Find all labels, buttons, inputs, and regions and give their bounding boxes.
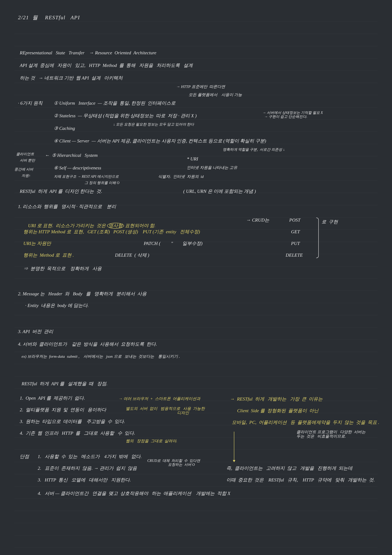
disadvantage-1: 1. 사용할 수 있는 메소드가 4가지 밖에 없다.	[38, 454, 142, 459]
section-2-heading: 2. Message 는 Header 와 Body 를 명확하게 분리해서 사…	[18, 291, 147, 297]
url-urn-note: ( URL, URN 은 이에 포함되는 개념 )	[183, 189, 256, 194]
advantage-2-note-2: 별도의 서버 없이 범용적으로 사용 가능한 디자인	[126, 406, 205, 415]
crud-post: POST	[289, 218, 300, 223]
section-4-heading: 4. 서버와 클라이언트가 같은 방식을 사용해서 요청하도록 한다.	[18, 342, 157, 347]
disadvantage-3: 3. HTTP 통신 모델에 대해서만 지원한다.	[38, 477, 131, 483]
section-1-patch: PATCH ( " 일부수정)	[144, 241, 202, 246]
principle-5: ← ⑤ Hierarchical System	[45, 153, 98, 158]
notebook-page: 2/21 월 RESTful API REpresentational Stat…	[14, 11, 378, 544]
advantage-3: 3. 원하는 타입으로 데이터를 주고받을 수 있다.	[20, 419, 125, 424]
advantage-4-note: 웹의 장점을 그대로 살려야.	[126, 439, 177, 443]
disadvantage-4: 4. 서버 — 클라이언트간 연결을 맺고 상호작용해야 하는 애플리케이션 개…	[38, 491, 230, 496]
principle-1: ① Uniform Interface — 조작을 통일, 한정된 인터페이스로	[54, 101, 176, 106]
advantage-1: 1. Open API 를 제공하기 쉽다.	[20, 396, 85, 401]
advantage-2-note-arrow: → 여러 브라우저 + 스마트폰 어플리케이션과	[119, 397, 200, 401]
disadvantage-1-note: CRUD로 대체 처리할 수 있다면 요청하는 서버 O	[147, 459, 200, 467]
section-2-line-1: · Entity 내용은 body 에 담는다.	[25, 303, 89, 308]
crud-get: GET	[291, 229, 300, 234]
uri-sub1: 인터넷 자원을 나타내는 고유	[187, 165, 237, 170]
crud-label: → CRUD는	[246, 218, 269, 223]
principle-4-sub: 명확하게 역할을 구분, 서로간 의존성 ↓	[223, 147, 285, 151]
circled-noun: 명사형	[107, 223, 124, 229]
principle-4: ④ Client — Server — 서버는 API 제공, 클라이언트는 사…	[54, 139, 266, 144]
section-1-line-4: 행위는 Method 로 표현 .	[23, 253, 74, 258]
principle-6-left2: 자원↑	[21, 174, 30, 177]
right-note-6: 이때 중요한 것은 RESTful 규칙, HTTP 규약에 맞춰 개발하는 것…	[226, 477, 375, 483]
section-4-example: ex) 브라우저는 form-data submit , 서버에서는 json …	[21, 354, 180, 359]
principle-6-left1: 중간에 서버	[14, 167, 33, 171]
advantage-4: 4. 기존 웹 인프라 HTTP 를 그대로 사용할 수 있다.	[20, 431, 135, 436]
right-note-5: 즉, 클라이언트는 고려하지 않고 개발을 진행하게 되는데	[226, 466, 352, 471]
right-note-4: 클라이언트 프로그램이 다양한 서버는 두는 것은 비효율적이므로.	[296, 430, 366, 438]
crud-brace	[316, 218, 319, 258]
definition-line-3: 하는 것 → 네트워크 기반 웹 API 설계 아키텍처	[20, 75, 123, 81]
page-title: 2/21 월 RESTful API	[18, 15, 80, 20]
disadvantages-heading: 단점	[20, 454, 29, 459]
uri-label: * URI	[187, 156, 198, 162]
definition-line-2: API 설계 중심에 자원이 있고, HTTP Method 를 통해 자원을 …	[20, 63, 193, 68]
restful-design-line: RESTful 하게 API 를 디자인 한다는 것.	[20, 189, 102, 194]
right-note-2: Client Side 를 정형화된 플랫폼이 아닌	[237, 408, 319, 413]
advantages-heading: RESTful 하게 API 를 설계했을 때 장점.	[21, 381, 107, 387]
crud-put: PUT	[291, 241, 300, 246]
advantage-2: 2. 멀티플랫폼 지원 및 연동이 용이하다	[20, 407, 106, 413]
crud-end: 로 구현	[321, 219, 338, 225]
principle-6-sub1: 자체 표현구조 → REST API 메시지만으로	[54, 175, 119, 178]
principle-5-left2: 서버 뿐만	[20, 158, 35, 162]
right-note-3: 모바일, PC, 어플리케이션 등 플랫폼에	[232, 420, 316, 425]
right-note-1: → RESTful 하게 개발하는 가장 큰 이유는	[230, 397, 323, 402]
uri-sub2: 식별자. 인터넷 자원의 id	[158, 175, 204, 179]
section-1-line-2: 행위는 HTTP Method 로 표현, GET (조회) POST (생성)…	[23, 229, 200, 234]
section-1-arrow: ⇒ 분명한 목적으로 정확하게 사용	[23, 266, 102, 271]
principle-5-left1: 클라이언트	[16, 152, 34, 156]
http-note-1: → HTTP 표준에만 따른다면	[176, 85, 225, 89]
section-1-delete: DELETE ( 삭제 )	[115, 253, 149, 258]
http-note-2: 모든 플랫폼에서 사용이 가능	[189, 93, 242, 97]
right-note-3b: 제약을 두지 않는 것을 목표 .	[316, 420, 379, 425]
principle-3: ③ Caching	[54, 126, 75, 131]
section-1-line-3: URI는 자원만	[23, 241, 51, 246]
six-principles-label: · 6가지 원칙	[18, 101, 43, 106]
principle-2: ② Stateless — 무상태성 (작업을 위한 상태정보는 따로 저장 ·…	[54, 113, 197, 118]
principle-2-sub: ↓ 모든 요청은 필요한 정보는 모두 담고 있어야 한다	[113, 122, 194, 126]
section-3-heading: 3. API 버전 관리	[18, 329, 53, 334]
down-arrow-icon	[234, 432, 234, 460]
principle-6-sub2: 그 정의 행위를 이해 O	[85, 181, 119, 185]
principle-2-note: → 서버에서 상태정보는 기억할 필요 X → 구현이 쉽고 단순해진다.	[262, 111, 323, 118]
disadvantage-2: 2. 표준이 존재하지 않음. → 관리가 쉽지 않음	[38, 466, 137, 471]
section-1-heading: 1. 리소스와 행위를 명시적 · 직관적으로 분리	[18, 204, 116, 209]
definition-line-1: REpresentational State Transfer → Resour…	[20, 50, 156, 56]
crud-delete: DELETE	[286, 253, 303, 258]
principle-6: ⑥ Self — descriptiveness	[54, 165, 101, 171]
